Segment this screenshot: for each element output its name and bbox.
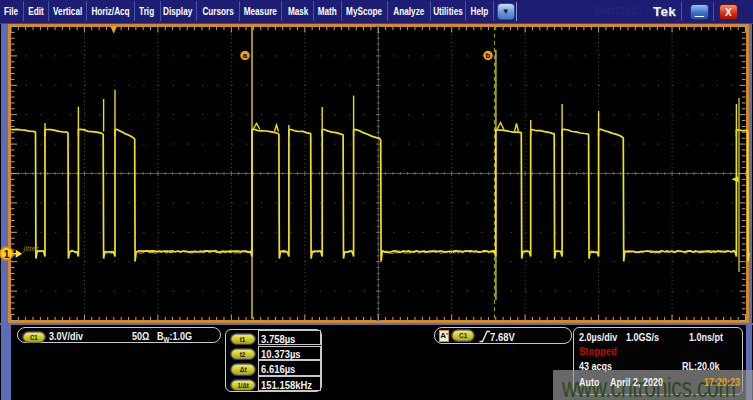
svg-text:a: a (243, 51, 248, 60)
svg-text:jitter: jitter (23, 244, 39, 253)
svg-text:b: b (486, 51, 491, 60)
svg-text:1: 1 (4, 249, 10, 260)
